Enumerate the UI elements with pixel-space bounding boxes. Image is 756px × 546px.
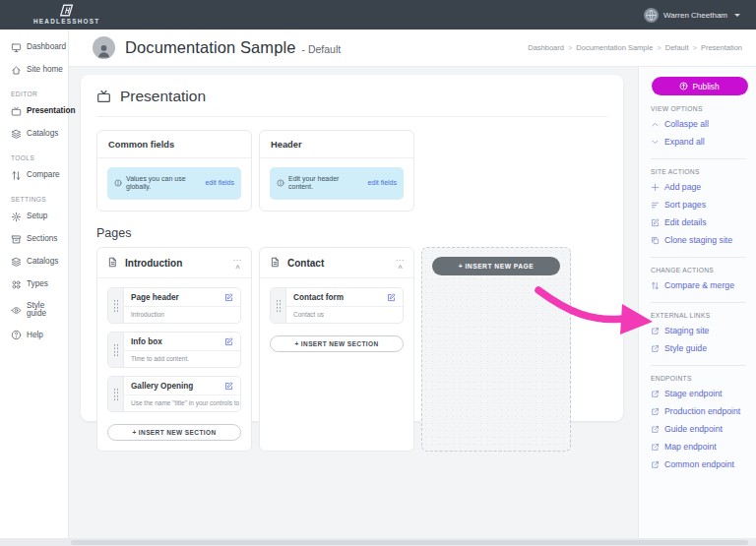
action-link-label: Clone staging site [664, 236, 732, 245]
action-link-sort-pages[interactable]: Sort pages [651, 196, 748, 213]
section-subtitle: Contact us [286, 307, 403, 323]
field-card: Common fieldsValues you can use globally… [96, 130, 252, 212]
field-card-info-text: Values you can use globally. [126, 175, 201, 192]
edit-section-icon[interactable] [387, 293, 396, 302]
action-link-collaspe-all[interactable]: Collaspe all [651, 115, 748, 133]
field-card-info: Edit your header content. edit fields [270, 167, 404, 200]
chevron-down-icon [651, 138, 660, 147]
section-title: Info box [131, 337, 162, 346]
page-subtitle: - Default [302, 40, 342, 55]
insert-new-section-button[interactable]: + INSERT NEW SECTION [270, 335, 404, 352]
edit-section-icon[interactable] [224, 382, 233, 391]
sidebar-item-label: Site home [27, 66, 63, 74]
section-title: Gallery Opening [131, 382, 193, 391]
section-subtitle: Time to add content. [124, 351, 240, 367]
publish-button[interactable]: Publish [652, 77, 748, 95]
left-sidebar: DashboardSite homeEDITORPresentationCata… [0, 30, 69, 538]
sidebar-section-label: SETTINGS [0, 187, 68, 206]
types-icon [11, 279, 22, 290]
insert-new-page-button[interactable]: + INSERT NEW PAGE [432, 257, 560, 275]
breadcrumb-item[interactable]: Default [665, 43, 689, 52]
action-link-compare-merge[interactable]: Compare & merge [651, 276, 748, 294]
page-collapse-button[interactable]: ^ [235, 265, 239, 273]
action-link-map-endpoint[interactable]: Map endpoint [651, 438, 748, 455]
page-card-title: Contact [287, 255, 396, 269]
sidebar-item-dashboard[interactable]: Dashboard [0, 36, 68, 59]
chevron-up-icon [651, 120, 660, 129]
sidebar-item-label: Style guide [27, 302, 66, 318]
top-bar: HEADLESSHOST Warren Cheetham [0, 0, 756, 30]
action-link-label: Staging site [664, 327, 709, 335]
edit-section-icon[interactable] [224, 293, 233, 302]
sort-icon [651, 201, 660, 210]
main-content: Presentation Common fieldsValues you can… [69, 67, 638, 538]
action-link-production-endpoint[interactable]: Production endpoint [651, 402, 748, 420]
right-sidebar: Publish VIEW OPTIONSCollaspe allExpand a… [638, 67, 756, 538]
breadcrumb-item[interactable]: Dashboard [528, 43, 564, 52]
horizontal-scrollbar[interactable] [0, 538, 756, 546]
section-drag-handle[interactable] [108, 377, 124, 411]
info-icon [114, 179, 122, 187]
page-collapse-button[interactable]: ^ [398, 265, 402, 273]
info-icon [277, 179, 284, 187]
field-card-info: Values you can use globally. edit fields [107, 167, 241, 200]
external-link-icon [651, 425, 660, 434]
scrollbar-thumb[interactable] [71, 540, 748, 545]
section-main: Gallery OpeningUse the name "title" in y… [124, 377, 240, 411]
sidebar-item-compare[interactable]: Compare [0, 164, 68, 187]
breadcrumb-item[interactable]: Documentation Sample [576, 43, 653, 52]
sidebar-section-label: EDITOR [0, 82, 68, 100]
action-link-clone-staging-site[interactable]: Clone staging site [651, 231, 748, 249]
sidebar-item-label: Help [27, 332, 43, 339]
page-menu-button[interactable]: ... [233, 255, 242, 263]
right-sidebar-groups: VIEW OPTIONSCollaspe allExpand allSITE A… [651, 105, 748, 473]
sidebar-item-site-home[interactable]: Site home [0, 59, 68, 82]
sidebar-item-catalogs[interactable]: Catalogs [0, 123, 68, 146]
sidebar-item-catalogs[interactable]: Catalogs [0, 251, 68, 273]
action-link-expand-all[interactable]: Expand all [651, 133, 748, 151]
breadcrumb-separator: > [692, 43, 696, 52]
external-link-icon [651, 390, 660, 398]
section-drag-handle[interactable] [108, 333, 124, 367]
edit-fields-link[interactable]: edit fields [205, 179, 234, 187]
sidebar-item-types[interactable]: Types [0, 273, 68, 296]
edit-section-icon[interactable] [224, 337, 233, 346]
action-link-guide-endpoint[interactable]: Guide endpoint [651, 420, 748, 438]
breadcrumb-item[interactable]: Presentation [701, 43, 742, 52]
brand[interactable]: HEADLESSHOST [33, 4, 99, 25]
field-card-info-text: Edit your header content. [288, 175, 363, 192]
action-link-label: Stage endpoint [664, 390, 722, 398]
sidebar-item-presentation[interactable]: Presentation [0, 100, 68, 123]
presentation-title: Presentation [120, 88, 206, 105]
action-link-label: Add page [664, 183, 701, 192]
section-title-row: Page header [124, 288, 240, 307]
action-link-staging-site[interactable]: Staging site [651, 322, 748, 339]
external-link-icon [651, 443, 660, 452]
sidebar-item-help[interactable]: Help [0, 324, 68, 346]
sidebar-item-style-guide[interactable]: Style guide [0, 296, 68, 324]
action-link-common-endpoint[interactable]: Common endpoint [651, 455, 748, 473]
section-drag-handle[interactable] [271, 288, 286, 323]
doc-icon [107, 257, 118, 268]
section-row: Page headerIntroduction [107, 287, 241, 324]
sidebar-item-label: Sections [27, 235, 57, 243]
right-group-label: SITE ACTIONS [651, 168, 748, 175]
action-link-style-guide[interactable]: Style guide [651, 339, 748, 357]
action-link-label: Expand all [664, 138, 705, 147]
field-card: HeaderEdit your header content. edit fie… [259, 130, 414, 212]
edit-fields-link[interactable]: edit fields [367, 179, 397, 187]
page-card-controls: ...^ [396, 255, 405, 273]
field-card-title: Header [260, 131, 413, 158]
page-menu-button[interactable]: ... [396, 255, 405, 263]
action-link-stage-endpoint[interactable]: Stage endpoint [651, 385, 748, 402]
user-menu[interactable]: Warren Cheetham [644, 8, 740, 23]
action-link-edit-details[interactable]: Edit details [651, 213, 748, 231]
drag-dots-icon [276, 299, 282, 313]
sidebar-item-setup[interactable]: Setup [0, 206, 68, 228]
action-link-add-page[interactable]: Add page [651, 178, 748, 196]
gear-icon [11, 212, 22, 222]
section-title: Contact form [293, 293, 344, 302]
sidebar-item-sections[interactable]: Sections [0, 228, 68, 251]
insert-new-section-button[interactable]: + INSERT NEW SECTION [107, 424, 241, 441]
section-drag-handle[interactable] [108, 288, 124, 323]
